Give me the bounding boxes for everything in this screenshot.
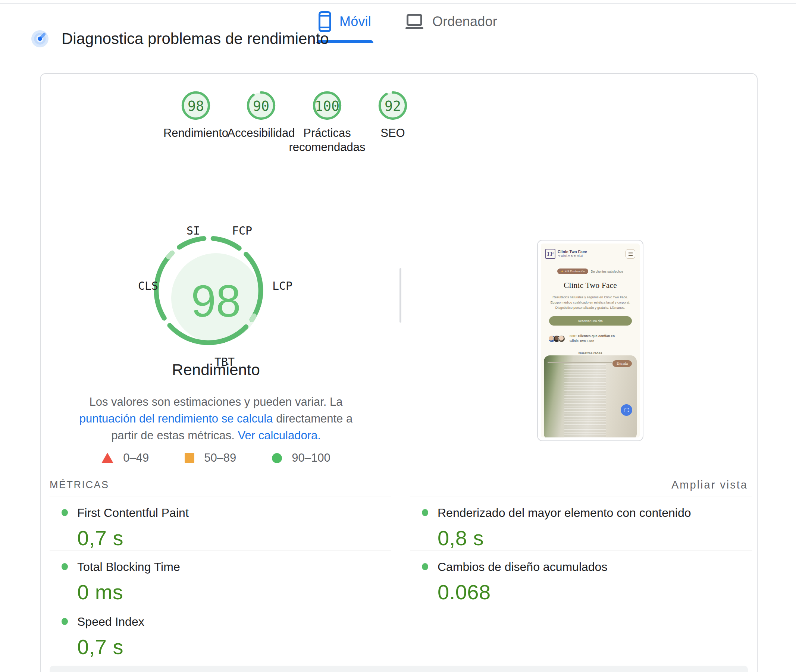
- pass-circle-icon: [272, 453, 282, 463]
- best-practices-score-ring: 100: [312, 91, 342, 120]
- rating-note: De clientes satisfechos: [591, 270, 623, 274]
- section-header: Diagnostica problemas de rendimiento: [31, 30, 329, 48]
- legend-average: 50–89: [185, 451, 236, 465]
- svg-text:92: 92: [384, 98, 401, 114]
- pass-dot-icon: [62, 563, 68, 570]
- disclaimer-text: Los valores son estimaciones y pueden va…: [90, 395, 343, 408]
- social-title: Nuestras redes: [541, 351, 640, 355]
- average-square-icon: [185, 453, 194, 463]
- svg-text:LCP: LCP: [272, 279, 292, 292]
- category-label: SEO: [352, 126, 434, 140]
- chat-bubble-button: [621, 404, 632, 416]
- metric-speed-index: Speed Index 0,7 s: [50, 605, 391, 659]
- clinic-logo: TF: [545, 249, 556, 259]
- scores-divider: [47, 177, 750, 177]
- clinic-brand-name: Clinic Two Face: [557, 250, 587, 254]
- expand-view-button[interactable]: Ampliar vista: [671, 479, 748, 491]
- desktop-laptop-icon: [405, 13, 424, 30]
- column-divider: [399, 268, 401, 323]
- gauge-arc-fcp: [213, 239, 239, 248]
- legend-pass-label: 90–100: [292, 451, 330, 465]
- gauge-title: Rendimiento: [82, 361, 350, 379]
- fail-triangle-icon: [101, 453, 114, 463]
- svg-text:90: 90: [253, 98, 269, 114]
- category-seo[interactable]: 92 SEO: [352, 91, 434, 140]
- mobile-phone-icon: [319, 11, 331, 32]
- metric-cls: Cambios de diseño acumulados 0.068: [410, 550, 752, 604]
- pass-dot-icon: [62, 509, 68, 516]
- clinic-description: Resultados naturales y seguros en Clinic…: [548, 294, 632, 310]
- accessibility-score-ring: 90: [247, 91, 275, 120]
- rating-badge: ★ 4.9 Puntuación: [557, 269, 588, 274]
- svg-text:CLS: CLS: [138, 279, 158, 292]
- performance-score-ring: 98: [181, 91, 210, 120]
- legend-pass: 90–100: [272, 451, 330, 465]
- top-divider: [0, 3, 796, 4]
- svg-text:98: 98: [187, 98, 204, 114]
- see-calculator-link[interactable]: Ver calculadora.: [238, 429, 321, 442]
- clients-count-text: 600+ Clientes que confían en Clinic Two …: [570, 334, 615, 344]
- pass-dot-icon: [422, 509, 428, 516]
- performance-gauge: SI FCP CLS LCP TBT 98: [134, 216, 298, 380]
- clinic-entrance-photo: Entrada: [544, 355, 637, 437]
- score-calculation-link[interactable]: puntuación del rendimiento se calcula: [80, 412, 273, 425]
- gauge-arc-si: [179, 239, 204, 247]
- pass-dot-icon: [422, 563, 428, 570]
- next-section-header-bar[interactable]: [50, 666, 748, 672]
- score-legend: 0–49 50–89 90–100: [74, 451, 358, 465]
- book-appointment-button: Reservar una cita: [549, 316, 632, 326]
- legend-fail: 0–49: [101, 451, 149, 465]
- client-avatars: [548, 335, 565, 342]
- metric-fcp: First Contentful Paint 0,7 s: [50, 496, 391, 550]
- gauge-arc-cls: [156, 253, 172, 318]
- svg-text:100: 100: [315, 98, 340, 114]
- pass-dot-icon: [62, 618, 68, 625]
- metrics-section-title: MÉTRICAS: [50, 479, 109, 491]
- tab-desktop[interactable]: Ordenador: [402, 6, 500, 43]
- score-disclaimer: Los valores son estimaciones y pueden va…: [74, 394, 358, 444]
- hamburger-menu-icon: [626, 249, 635, 259]
- lighthouse-report-card: 98 Rendimiento 90 Accesibilidad 100 Prác…: [40, 73, 758, 672]
- clinic-brand-korean: 두페이스성형외과: [557, 254, 587, 258]
- legend-average-label: 50–89: [204, 451, 236, 465]
- clinic-title: Clinic Two Face: [541, 281, 640, 290]
- seo-score-ring: 92: [378, 91, 407, 120]
- entrance-badge: Entrada: [612, 360, 632, 367]
- page-title: Diagnostica problemas de rendimiento: [62, 30, 329, 48]
- device-tabs: Móvil Ordenador: [316, 6, 500, 43]
- svg-text:FCP: FCP: [232, 224, 252, 237]
- diagnose-gauge-icon: [31, 30, 49, 48]
- star-icon: ★: [561, 270, 563, 273]
- tab-desktop-label: Ordenador: [432, 14, 497, 29]
- svg-text:SI: SI: [186, 224, 200, 237]
- svg-text:98: 98: [191, 276, 240, 326]
- metric-tbt: Total Blocking Time 0 ms: [50, 550, 391, 604]
- metric-lcp: Renderizado del mayor elemento con conte…: [410, 496, 752, 550]
- tab-mobile-label: Móvil: [340, 14, 371, 29]
- page-screenshot-thumbnail[interactable]: TF Clinic Two Face 두페이스성형외과 ★ 4.9 Puntua…: [537, 240, 644, 441]
- legend-fail-label: 0–49: [123, 451, 149, 465]
- screenshot-image: TF Clinic Two Face 두페이스성형외과 ★ 4.9 Puntua…: [541, 243, 640, 437]
